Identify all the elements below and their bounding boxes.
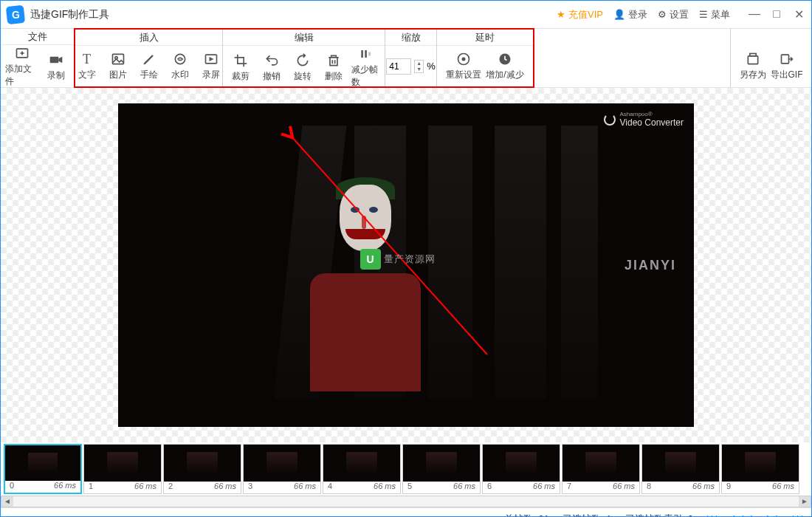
delete-label: 删除 <box>325 70 343 83</box>
group-zoom: 缩放 ▲▼ % <box>385 30 437 86</box>
svg-line-18 <box>292 137 487 355</box>
frame-thumbnail[interactable]: 466 ms <box>323 444 401 494</box>
settings-label: 设置 <box>670 8 689 21</box>
rotate-label: 旋转 <box>294 70 312 83</box>
toolbar: 文件 添加文件 录制 插入 T文字 图片 手绘 水印 录屏 编辑 裁剪 撤销 <box>1 29 811 88</box>
next-frame-button[interactable]: ▶▶ <box>767 512 785 517</box>
close-button[interactable]: ✕ <box>792 7 805 21</box>
frame-thumbnail[interactable]: 366 ms <box>243 444 321 494</box>
frame-duration: 66 ms <box>692 482 715 493</box>
save-as-button[interactable]: 另存为 <box>740 51 766 81</box>
incdec-delay-label: 增加/减少 <box>486 69 523 81</box>
frame-duration: 66 ms <box>533 482 555 493</box>
group-edit: 编辑 裁剪 撤销 旋转 删除 减少帧数 <box>223 30 385 86</box>
preview-frame[interactable]: Ashampoo® Video Converter JIANYI U 量产资源网 <box>118 103 694 427</box>
crop-label: 裁剪 <box>232 70 250 83</box>
frame-duration: 66 ms <box>294 482 316 493</box>
minimize-button[interactable]: — <box>748 7 761 21</box>
frame-image <box>562 445 639 482</box>
total-frames-value: 91 <box>539 513 549 518</box>
export-gif-button[interactable]: 导出GIF <box>771 51 803 81</box>
selected-frames-label: 已选帧数: <box>562 513 604 518</box>
play-button[interactable]: ▶ <box>751 512 760 517</box>
menu-icon: ☰ <box>699 9 708 20</box>
frame-thumbnail[interactable]: 266 ms <box>163 444 241 494</box>
center-logo-icon: U <box>360 249 381 270</box>
svg-marker-8 <box>210 58 212 60</box>
last-frame-button[interactable]: ⏭ <box>792 512 804 517</box>
draw-label: 手绘 <box>140 69 158 81</box>
scroll-right-button[interactable]: ► <box>799 496 811 507</box>
incdec-delay-button[interactable]: 增加/减少 <box>486 51 523 81</box>
trash-icon <box>326 52 342 69</box>
group-file-header: 文件 <box>1 29 74 45</box>
menu-button[interactable]: ☰ 菜单 <box>699 8 730 21</box>
image-button[interactable]: 图片 <box>105 51 131 81</box>
group-delay: 延时 重新设置 增加/减少 <box>437 30 533 86</box>
video-converter-watermark: Ashampoo® Video Converter <box>604 111 684 128</box>
frames-strip[interactable]: 066 ms166 ms266 ms366 ms466 ms566 ms666 … <box>1 442 811 496</box>
crop-icon <box>233 52 249 69</box>
screenrec-button[interactable]: 录屏 <box>198 51 224 81</box>
reduce-icon <box>358 46 374 62</box>
titlebar: G 迅捷GIF制作工具 ★ 充值VIP 👤 登录 ⚙ 设置 ☰ 菜单 — □ ✕ <box>1 1 811 29</box>
prev-frame-button[interactable]: ◀◀ <box>726 512 743 517</box>
watermark-brand: Ashampoo® <box>620 111 684 117</box>
group-delay-header: 延时 <box>437 30 533 46</box>
frame-index: 1 <box>89 482 93 493</box>
group-insert-header: 插入 <box>75 30 222 46</box>
frame-index: 0 <box>10 481 14 493</box>
login-button[interactable]: 👤 登录 <box>613 8 647 21</box>
selected-index-value: 0 <box>688 513 693 518</box>
frame-duration: 66 ms <box>453 482 475 493</box>
zoom-down-icon[interactable]: ▼ <box>415 66 423 72</box>
save-as-label: 另存为 <box>740 69 766 81</box>
watermark-button[interactable]: 水印 <box>167 51 193 81</box>
frame-image <box>403 445 480 482</box>
undo-label: 撤销 <box>263 70 281 83</box>
scroll-left-button[interactable]: ◄ <box>1 496 13 507</box>
first-frame-button[interactable]: ⏮ <box>706 512 718 517</box>
camera-icon <box>48 52 64 68</box>
maximize-button[interactable]: □ <box>770 7 783 21</box>
zoom-up-icon[interactable]: ▲ <box>415 61 423 66</box>
frame-thumbnail[interactable]: 566 ms <box>402 444 481 494</box>
record-button[interactable]: 录制 <box>43 52 69 82</box>
settings-button[interactable]: ⚙ 设置 <box>658 8 689 21</box>
crop-button[interactable]: 裁剪 <box>227 52 254 83</box>
highlighted-toolbar-section: 插入 T文字 图片 手绘 水印 录屏 编辑 裁剪 撤销 旋转 删除 减少帧数 缩… <box>74 28 534 88</box>
reduce-frames-button[interactable]: 减少帧数 <box>351 46 380 89</box>
zoom-unit: % <box>427 61 436 72</box>
frame-thumbnail[interactable]: 966 ms <box>721 444 799 494</box>
undo-button[interactable]: 撤销 <box>258 52 285 83</box>
frame-duration: 66 ms <box>214 482 236 493</box>
svg-rect-17 <box>781 55 788 64</box>
refresh-icon <box>604 114 616 126</box>
frame-thumbnail[interactable]: 066 ms <box>4 444 82 494</box>
rotate-button[interactable]: 旋转 <box>289 52 316 83</box>
frame-thumbnail[interactable]: 666 ms <box>482 444 560 494</box>
text-button[interactable]: T文字 <box>74 51 100 81</box>
frame-thumbnail[interactable]: 166 ms <box>83 444 162 494</box>
svg-rect-4 <box>112 54 123 64</box>
svg-point-13 <box>462 58 466 61</box>
horizontal-scrollbar[interactable]: ◄ ► <box>1 496 811 507</box>
frame-duration: 66 ms <box>54 481 76 493</box>
group-insert: 插入 T文字 图片 手绘 水印 录屏 <box>75 30 223 86</box>
add-file-label: 添加文件 <box>5 63 38 88</box>
reset-delay-button[interactable]: 重新设置 <box>446 51 481 81</box>
svg-rect-11 <box>368 52 371 56</box>
vip-button[interactable]: ★ 充值VIP <box>557 8 603 21</box>
frame-thumbnail[interactable]: 866 ms <box>641 444 720 494</box>
frame-image <box>244 445 320 482</box>
add-file-button[interactable]: 添加文件 <box>5 45 38 88</box>
draw-button[interactable]: 手绘 <box>136 51 162 81</box>
reset-delay-label: 重新设置 <box>446 69 481 81</box>
delete-button[interactable]: 删除 <box>320 52 347 83</box>
gear-icon: ⚙ <box>658 9 667 20</box>
zoom-input[interactable] <box>386 58 411 75</box>
zoom-spinner[interactable]: ▲▼ <box>414 60 424 73</box>
group-zoom-header: 缩放 <box>385 30 436 46</box>
group-export: _ 另存为 导出GIF <box>730 29 811 87</box>
frame-thumbnail[interactable]: 766 ms <box>562 444 640 494</box>
